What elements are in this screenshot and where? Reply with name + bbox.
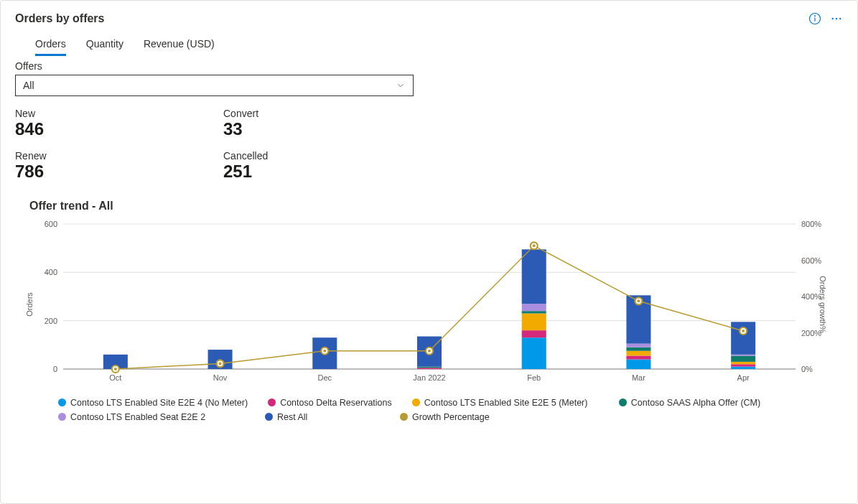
svg-text:Nov: Nov [213,373,227,382]
svg-text:Mar: Mar [631,373,645,382]
svg-point-3 [832,18,834,19]
card-title: Orders by offers [15,12,104,25]
svg-point-64 [742,330,745,332]
stat-new-value: 846 [15,119,223,140]
orders-by-offers-card: Orders by offers Orders Quantity Revenue… [0,0,858,504]
legend-item-s7[interactable]: Growth Percentage [400,412,587,422]
svg-point-60 [532,244,535,247]
card-header: Orders by offers [15,12,843,25]
svg-rect-35 [521,249,546,304]
chart-legend: Contoso LTS Enabled Site E2E 4 (No Meter… [15,391,843,422]
svg-rect-47 [731,355,755,361]
svg-text:Jan 2022: Jan 2022 [413,373,445,382]
svg-point-54 [218,362,221,365]
svg-text:600: 600 [44,220,57,228]
offers-label: Offers [15,60,843,72]
svg-point-4 [836,18,837,19]
tab-quantity[interactable]: Quantity [86,34,123,56]
svg-text:Oct: Oct [109,373,121,382]
svg-text:800%: 800% [801,220,821,228]
tab-orders[interactable]: Orders [35,34,66,56]
svg-text:200: 200 [44,316,57,325]
svg-rect-26 [417,368,442,369]
legend-item-s1[interactable]: Contoso LTS Enabled Site E2E 4 (No Meter… [58,398,248,408]
svg-text:400: 400 [44,268,57,276]
header-actions [808,12,843,25]
svg-rect-44 [731,366,755,368]
svg-point-2 [815,16,816,17]
stat-renew: Renew 786 [15,150,223,182]
metric-tabs: Orders Quantity Revenue (USD) [15,34,843,56]
svg-rect-39 [626,350,651,355]
svg-text:0%: 0% [801,365,813,373]
stat-renew-label: Renew [15,150,223,162]
svg-text:Feb: Feb [527,373,541,382]
stat-convert-label: Convert [223,108,432,119]
stat-convert-value: 33 [223,119,432,140]
offers-selected-value: All [23,80,34,91]
info-icon[interactable] [808,12,821,25]
svg-rect-34 [521,304,546,311]
svg-rect-41 [626,343,651,347]
svg-rect-30 [521,337,546,369]
svg-rect-46 [731,361,755,363]
chart-title: Offer trend - All [15,200,843,213]
offers-dropdown[interactable]: All [15,75,414,96]
svg-point-5 [839,18,841,19]
stats-grid: New 846 Convert 33 Renew 786 Cancelled 2… [15,108,843,182]
svg-rect-45 [731,364,755,366]
y-axis-right-label: Orders growth% [819,276,827,332]
svg-text:Dec: Dec [317,373,332,382]
svg-rect-32 [521,313,546,330]
svg-text:600%: 600% [801,256,821,264]
stat-renew-value: 786 [15,162,223,182]
svg-text:Apr: Apr [737,373,749,382]
legend-item-s4[interactable]: Contoso SAAS Alpha Offer (CM) [619,398,760,408]
tab-revenue[interactable]: Revenue (USD) [144,34,215,56]
stat-new: New 846 [15,108,223,140]
stat-cancelled-label: Cancelled [223,150,432,162]
offer-trend-chart: Orders Orders growth% 02004006000%200%40… [20,218,839,391]
svg-point-62 [637,299,640,302]
chevron-down-icon [396,80,406,90]
svg-point-52 [113,368,116,370]
legend-item-s5[interactable]: Contoso LTS Enabled Seat E2E 2 [58,412,245,422]
stat-convert: Convert 33 [223,108,432,140]
svg-rect-31 [521,330,546,337]
svg-rect-38 [626,355,651,359]
stat-cancelled-value: 251 [223,162,432,182]
stat-new-label: New [15,108,223,119]
y-axis-left-label: Orders [24,292,33,317]
svg-rect-40 [626,347,651,350]
svg-rect-37 [626,359,651,368]
svg-point-58 [428,349,431,352]
chart-svg: 02004006000%200%400%600%800%OctNovDecJan… [20,218,839,391]
more-options-icon[interactable] [830,12,843,25]
stat-cancelled: Cancelled 251 [223,150,432,182]
svg-rect-33 [521,311,546,313]
svg-point-56 [323,349,326,352]
legend-item-s3[interactable]: Contoso LTS Enabled Site E2E 5 (Meter) [412,398,599,408]
svg-rect-27 [417,366,442,368]
svg-text:0: 0 [52,365,57,373]
legend-item-s2[interactable]: Contoso Delta Reservations [268,398,392,408]
svg-rect-48 [731,354,755,355]
legend-item-s6[interactable]: Rest All [265,412,380,422]
